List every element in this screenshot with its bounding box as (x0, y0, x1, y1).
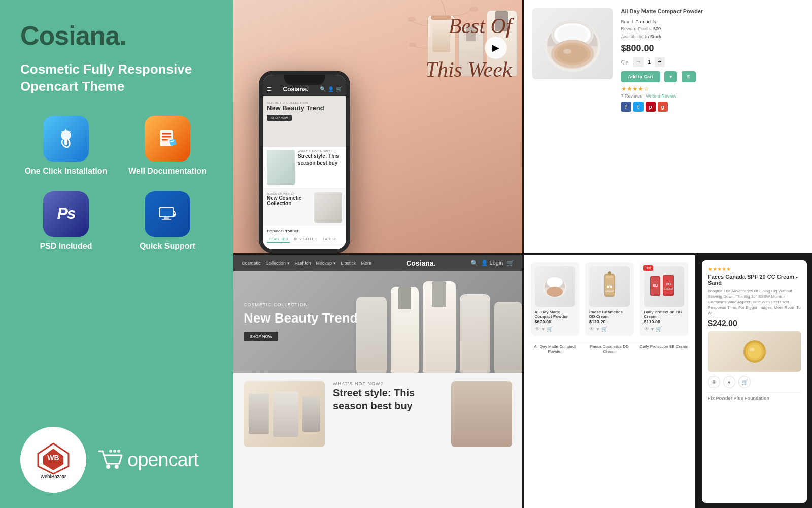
phone-tab-featured[interactable]: FEATURED (267, 236, 290, 243)
brand-name: Cosiana. (20, 21, 126, 50)
feature-support: Quick Support (122, 191, 213, 251)
svg-rect-1 (64, 137, 67, 145)
side-wishlist-icon[interactable]: ♥ (723, 376, 735, 388)
side-product-stars: ★★★★★ (708, 266, 801, 272)
facebook-share[interactable]: f (621, 102, 631, 112)
side-product-actions: 👁 ♥ 🛒 (708, 376, 801, 388)
phone-hot-text: WHAT'S HOT NOW? Street style: This seaso… (298, 150, 342, 185)
nav-mockup[interactable]: Mockup ▾ (316, 261, 336, 266)
phone-collection-title: New Cosmetic Collection (267, 195, 311, 206)
nav-lipstick[interactable]: Lipstick (341, 261, 356, 266)
product-card-2: BB CREAM Paese Cosmetics DD Cream $123.2… (585, 262, 634, 336)
well-doc-label: Well Documentation (128, 167, 207, 176)
product-1-wishlist[interactable]: ♥ (542, 326, 545, 332)
svg-point-21 (117, 450, 120, 453)
desktop-cart-icon[interactable]: 🛒 (506, 260, 514, 267)
desktop-shop-btn[interactable]: SHOP NOW (244, 332, 278, 341)
desktop-login-btn[interactable]: 👤 Login (481, 260, 503, 267)
phone-bw-text: BLACK OR WHITE? New Cosmetic Collection (267, 192, 311, 223)
wishlist-btn[interactable]: ♥ (664, 71, 677, 82)
this-week-text: This Week (426, 59, 512, 80)
hero-bottle-1 (356, 297, 387, 373)
product-1-actions: 👁 ♥ 🛒 (535, 326, 576, 332)
hot-title: Street style: This season best buy (333, 386, 443, 412)
gplus-share[interactable]: g (658, 102, 668, 112)
svg-point-55 (748, 344, 762, 359)
add-to-cart-btn[interactable]: Add to Cart (621, 71, 660, 82)
desktop-nav-actions: 🔍 👤 Login 🛒 (470, 260, 514, 267)
product-2-wishlist[interactable]: ♥ (596, 326, 599, 332)
product-price: $800.00 (621, 43, 804, 54)
product-meta: Brand: Product ls Reward Points: 500 Ava… (621, 18, 804, 40)
product-name-header: All Day Matte Compact Powder (621, 8, 804, 14)
desktop-preview: Cosmetic Collection ▾ Fashion Mockup ▾ L… (233, 255, 522, 509)
product-3-price: $110.00 (644, 319, 685, 324)
nav-fashion[interactable]: Fashion (295, 261, 311, 266)
nav-cosmetic[interactable]: Cosmetic (242, 261, 261, 266)
svg-rect-11 (162, 219, 171, 220)
product-qty: Qty: − 1 + (621, 57, 804, 67)
svg-text:BB: BB (653, 283, 658, 287)
one-click-icon (43, 116, 89, 162)
phone-popular-label: Popular Product (267, 229, 342, 233)
phone-hero: COSMETIC COLLECTION New Beauty Trend SHO… (263, 96, 346, 147)
well-doc-icon (145, 116, 190, 162)
twitter-share[interactable]: t (633, 102, 644, 112)
product-2-view[interactable]: 👁 (589, 326, 594, 332)
product-thumb-img-3: BB BB CREAM (644, 266, 685, 307)
phone-tab-latest[interactable]: LATEST (321, 236, 338, 243)
svg-point-37 (547, 277, 563, 288)
features-grid: One Click Installation Well Documentatio… (20, 116, 213, 251)
nav-more[interactable]: More (361, 261, 372, 266)
product-1-view[interactable]: 👁 (535, 326, 540, 332)
play-button[interactable]: ▶ (485, 37, 507, 59)
product-3-view[interactable]: 👁 (644, 326, 649, 332)
tagline: Cosmetic Fully Responsive Opencart Theme (20, 61, 213, 96)
pinterest-share[interactable]: p (646, 102, 656, 112)
psd-icon: Ps (43, 191, 89, 237)
hot-text: WHAT'S HOT NOW? Street style: This seaso… (333, 381, 443, 447)
brand-title: Cosiana. (20, 20, 213, 51)
pname-3: Daily Protection BB Cream (640, 344, 689, 354)
products-names-row: All Day Matte Compact Powder Paese Cosme… (531, 342, 689, 354)
product-3-cart[interactable]: 🛒 (656, 326, 662, 332)
product-thumb-img-1 (535, 266, 576, 307)
phone-shop-btn[interactable]: SHOP NOW (267, 115, 292, 121)
phone-mockup: ☰ Cosiana. 🔍👤🛒 COSMETIC COLLECTION New B… (259, 71, 350, 253)
phone-bw-image (314, 192, 342, 223)
phone-brand: Cosiana. (283, 86, 308, 93)
hot-product-img-inner (244, 381, 325, 447)
compare-btn[interactable]: ⊞ (682, 71, 696, 82)
banner-panel: Best Of ▶ This Week ☰ Cosiana. (233, 0, 522, 253)
product-3-badge: Hot (643, 265, 654, 271)
product-2-cart[interactable]: 🛒 (601, 326, 607, 332)
side-cart-icon[interactable]: 🛒 (738, 376, 751, 388)
support-icon (145, 191, 190, 237)
side-product-price: $242.00 (708, 319, 801, 328)
svg-text:BB: BB (607, 284, 612, 288)
product-1-cart[interactable]: 🛒 (547, 326, 553, 332)
phone-bw-section: BLACK OR WHITE? New Cosmetic Collection (263, 188, 346, 226)
feature-well-doc: Well Documentation (122, 116, 213, 176)
svg-point-12 (173, 214, 176, 217)
svg-point-19 (109, 450, 112, 453)
phone-header-icons: 🔍👤🛒 (320, 86, 342, 92)
svg-point-23 (408, 17, 416, 22)
products-panel: All Day Matte Compact Powder $600.00 👁 ♥… (524, 255, 813, 509)
desktop-nav-logo: Cosiana. (406, 259, 435, 267)
product-card-3: Hot BB BB CREAM (640, 262, 689, 336)
tagline-text: Cosmetic Fully Responsive Opencart Theme (20, 61, 192, 94)
desktop-search-icon[interactable]: 🔍 (470, 260, 478, 267)
svg-rect-10 (164, 217, 169, 219)
side-view-icon[interactable]: 👁 (708, 376, 720, 388)
svg-text:WB: WB (47, 454, 59, 462)
qty-minus-btn[interactable]: − (633, 57, 644, 67)
desktop-hero-title: New Beauty Trend (244, 310, 358, 326)
nav-collection[interactable]: Collection ▾ (266, 261, 290, 266)
qty-plus-btn[interactable]: + (655, 57, 665, 67)
phone-hero-title: New Beauty Trend (267, 104, 342, 112)
side-product-card: ★★★★★ Faces Canada SPF 20 CC Cream - San… (702, 260, 807, 503)
svg-point-25 (409, 43, 416, 47)
phone-tab-bestseller[interactable]: BESTSELLER (292, 236, 319, 243)
product-3-wishlist[interactable]: ♥ (651, 326, 654, 332)
